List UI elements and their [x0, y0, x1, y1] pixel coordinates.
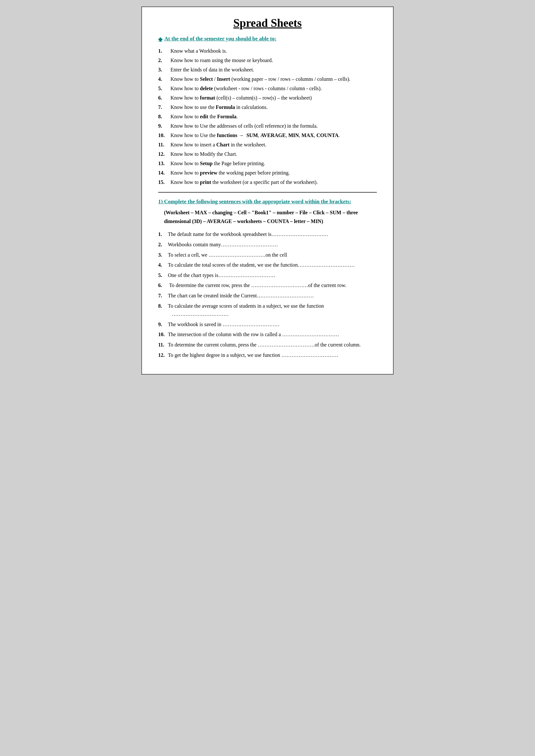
list-item: 9. Know how to Use the addresses of cell… [158, 122, 377, 130]
list-item: 15. Know how to print the worksheet (or … [158, 178, 377, 186]
list-item: 12. Know how to Modify the Chart. [158, 150, 377, 158]
list-item: 11. Know how to insert a Chart in the wo… [158, 141, 377, 149]
list-item: 8. Know how to edit the Formula. [158, 113, 377, 121]
fill-item: 9. The workbook is saved in …………………………… [158, 320, 377, 329]
list-item: 3. Enter the kinds of data in the worksh… [158, 66, 377, 74]
page-title: Spread Sheets [158, 17, 377, 30]
fill-item: 6. To determine the current row, press t… [158, 281, 377, 290]
fill-item: 2. Workbooks contain many…………………………… [158, 240, 377, 249]
list-item: 1. Know what a Workbook is. [158, 47, 377, 55]
fill-item: 5. One of the chart types is…………………………… [158, 271, 377, 280]
list-item: 13. Know how to Setup the Page before pr… [158, 160, 377, 167]
fill-item: 10. The intersection of the column with … [158, 330, 377, 339]
fill-item: 3. To select a cell, we ……………………………on th… [158, 251, 377, 259]
list-item: 2. Know how to roam using the mouse or k… [158, 57, 377, 64]
list-item: 4. Know how to Select / Insert (working … [158, 75, 377, 83]
fill-item: 7. The chart can be created inside the C… [158, 291, 377, 300]
section1-header: ◆ At the end of the semester you should … [158, 36, 377, 43]
fill-list: 1. The default name for the workbook spr… [158, 230, 377, 359]
list-item: 5. Know how to delete (worksheet - row /… [158, 85, 377, 93]
fill-item: 12. To get the highest degree in a subje… [158, 351, 377, 360]
section2-header: 1) Complete the following sentences with… [158, 199, 377, 205]
section-divider [158, 192, 377, 193]
list-item: 6. Know how to format (cell(s) – column(… [158, 94, 377, 102]
list-item: 14. Know how to preview the working pape… [158, 169, 377, 177]
objectives-list: 1. Know what a Workbook is. 2. Know how … [158, 47, 377, 186]
word-bank: (Worksheet – MAX – changing – Cell – "Bo… [164, 208, 377, 226]
fill-item: 4. To calculate the total scores of the … [158, 261, 377, 269]
list-item: 10. Know how to Use the functions → SUM,… [158, 132, 377, 139]
list-item: 7. Know how to use the Formula in calcul… [158, 103, 377, 111]
page: Spread Sheets ◆ At the end of the semest… [141, 7, 394, 375]
diamond-icon: ◆ [158, 36, 162, 43]
fill-item: 11. To determine the current column, pre… [158, 341, 377, 349]
fill-item: 8. To calculate the average scores of st… [158, 302, 377, 318]
fill-item: 1. The default name for the workbook spr… [158, 230, 377, 238]
